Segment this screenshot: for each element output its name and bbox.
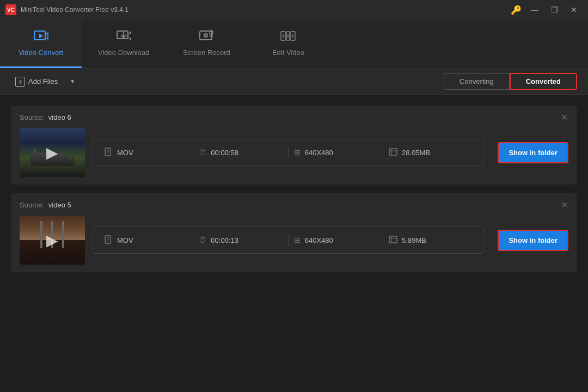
duration-icon-2: ⏱ <box>199 236 206 244</box>
nav-video-download-label: Video Download <box>98 48 149 57</box>
key-icon[interactable]: 🔑 <box>511 5 522 15</box>
video-card-1: Source: video 6 ✕ ▶ MOV <box>11 106 577 185</box>
card-header-2: Source: video 5 <box>20 201 568 209</box>
resolution-item-1: ⊞ 640X480 <box>294 148 377 157</box>
resolution-icon-2: ⊞ <box>294 236 301 244</box>
titlebar: VC MiniTool Video Converter Free v3.4.1 … <box>0 0 588 20</box>
size-item-1: 28.05MB <box>389 148 472 158</box>
format-text-2: MOV <box>117 236 133 244</box>
nav-edit-video-label: Edit Video <box>272 48 304 57</box>
add-files-icon: + <box>15 77 25 87</box>
resolution-icon-1: ⊞ <box>294 148 301 157</box>
app-title: MiniTool Video Converter Free v3.4.1 <box>21 6 511 14</box>
duration-text-2: 00:00:13 <box>211 236 238 244</box>
video-card-2: Source: video 5 ✕ ▶ MOV <box>11 193 577 272</box>
size-text-2: 5.89MB <box>402 236 426 244</box>
size-icon-2 <box>389 235 397 246</box>
tab-converted[interactable]: Converted <box>510 73 577 90</box>
file-info-box-2: MOV ⏱ 00:00:13 ⊞ 640X480 <box>93 226 483 254</box>
resolution-text-1: 640X480 <box>305 149 333 157</box>
video-convert-icon <box>33 30 48 44</box>
nav-video-convert[interactable]: Video Convert <box>0 20 82 68</box>
divider-2a <box>193 235 193 246</box>
resolution-text-2: 640X480 <box>305 236 333 244</box>
source-name-2: video 5 <box>48 201 71 209</box>
video-download-icon <box>116 30 131 44</box>
divider-2c <box>383 235 383 246</box>
duration-icon-1: ⏱ <box>199 148 206 157</box>
svg-marker-1 <box>39 34 43 38</box>
duration-item-1: ⏱ 00:00:58 <box>199 148 282 157</box>
show-in-folder-button-1[interactable]: Show in folder <box>498 142 568 163</box>
file-info-box-1: MOV ⏱ 00:00:58 ⊞ 640X480 <box>93 139 483 166</box>
add-files-label: Add Files <box>28 77 58 85</box>
screen-record-icon <box>199 30 214 44</box>
tab-converting[interactable]: Converting <box>444 73 510 90</box>
window-controls: — ❐ ✕ <box>526 4 583 16</box>
add-files-dropdown[interactable]: ▼ <box>68 76 77 87</box>
format-item-1: MOV <box>104 148 187 158</box>
format-icon-1 <box>104 148 113 158</box>
play-icon-2: ▶ <box>46 231 58 249</box>
minimize-button[interactable]: — <box>526 4 543 16</box>
divider-1c <box>383 147 383 158</box>
duration-text-1: 00:00:58 <box>211 149 238 157</box>
size-icon-1 <box>389 148 397 158</box>
tab-group: Converting Converted <box>444 73 577 90</box>
app-logo: VC <box>5 4 16 15</box>
source-name-1: video 6 <box>48 113 71 121</box>
play-icon-1: ▶ <box>46 144 58 162</box>
card-body-1: ▶ MOV ⏱ 00:0 <box>20 128 568 177</box>
svg-rect-31 <box>389 236 397 243</box>
resolution-item-2: ⊞ 640X480 <box>294 236 377 244</box>
restore-button[interactable]: ❐ <box>546 4 563 16</box>
divider-2b <box>288 235 289 246</box>
nav-screen-record[interactable]: Screen Record <box>166 20 247 68</box>
toolbar: + Add Files ▼ Converting Converted <box>0 69 588 95</box>
svg-rect-24 <box>389 149 397 155</box>
nav-screen-record-label: Screen Record <box>183 48 230 57</box>
source-label-1: Source: <box>20 113 44 121</box>
thumbnail-1[interactable]: ▶ <box>20 128 85 177</box>
thumbnail-2[interactable]: ▶ <box>20 216 85 265</box>
divider-1b <box>288 147 289 158</box>
divider-1a <box>193 147 193 158</box>
format-icon-2 <box>104 235 113 246</box>
source-label-2: Source: <box>20 201 44 209</box>
nav-video-download[interactable]: Video Download <box>82 20 166 68</box>
content-area: Source: video 6 ✕ ▶ MOV <box>0 95 588 283</box>
size-text-1: 28.05MB <box>402 149 430 157</box>
card-header-1: Source: video 6 <box>20 113 568 121</box>
duration-item-2: ⏱ 00:00:13 <box>199 236 282 244</box>
card-body-2: ▶ MOV ⏱ 00:0 <box>20 216 568 265</box>
svg-point-10 <box>205 35 206 36</box>
size-item-2: 5.89MB <box>389 235 472 246</box>
format-text-1: MOV <box>117 149 133 157</box>
navbar: Video Convert Video Download <box>0 20 588 69</box>
format-item-2: MOV <box>104 235 187 246</box>
nav-video-convert-label: Video Convert <box>19 48 63 57</box>
show-in-folder-button-2[interactable]: Show in folder <box>498 230 568 251</box>
close-button[interactable]: ✕ <box>565 4 583 16</box>
close-card-2-button[interactable]: ✕ <box>558 200 571 211</box>
close-card-1-button[interactable]: ✕ <box>558 112 571 123</box>
nav-edit-video[interactable]: Edit Video <box>247 20 329 68</box>
edit-video-icon <box>280 30 296 44</box>
add-files-button[interactable]: + Add Files <box>11 75 62 89</box>
